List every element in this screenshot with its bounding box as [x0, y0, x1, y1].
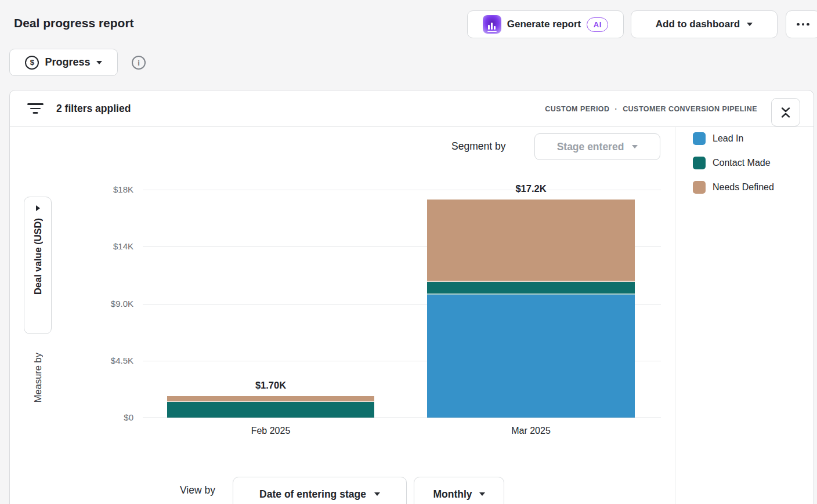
bar-segment-lead-in[interactable] [427, 295, 635, 418]
ellipsis-icon [797, 23, 800, 26]
collapse-vertical-icon [779, 106, 792, 119]
dollar-circle-icon: $ [25, 56, 39, 70]
report-card: 2 filters applied CUSTOM PERIOD · CUSTOM… [9, 90, 814, 504]
legend-divider [675, 127, 675, 504]
custom-period-label: CUSTOM PERIOD [545, 105, 609, 113]
legend-swatch [693, 157, 706, 169]
bar-feb-2025[interactable] [167, 396, 374, 418]
bar-segment-contact-made[interactable] [427, 282, 635, 295]
chart-legend: Lead InContact MadeNeeds Defined [693, 130, 774, 196]
filter-bar: 2 filters applied CUSTOM PERIOD · CUSTOM… [10, 90, 814, 127]
pipeline-label: CUSTOMER CONVERSION PIPELINE [623, 105, 757, 113]
chevron-down-icon [747, 23, 753, 26]
ai-badge: AI [587, 17, 608, 32]
separator-dot: · [615, 105, 618, 113]
bar-segment-needs-defined[interactable] [427, 200, 635, 282]
measure-type-dropdown[interactable]: $ Progress [9, 49, 118, 76]
view-by-dropdown[interactable]: Date of entering stage [233, 477, 407, 504]
y-axis-tick: $4.5K [81, 355, 133, 367]
y-axis-tick: $14K [81, 241, 133, 252]
ai-chart-icon [483, 15, 501, 34]
y-axis-tick: $0 [81, 412, 133, 423]
chevron-down-icon [374, 492, 380, 496]
legend-label: Lead In [713, 133, 743, 144]
measure-type-label: Progress [45, 56, 90, 68]
bar-total-label: $1.70K [167, 380, 374, 391]
bar-segment-contact-made[interactable] [167, 402, 374, 418]
view-by-label: View by [180, 484, 215, 496]
legend-item-lead-in[interactable]: Lead In [693, 130, 774, 147]
y-axis-tick: $9.0K [81, 298, 133, 310]
interval-dropdown[interactable]: Monthly [414, 477, 504, 504]
chevron-down-icon [479, 492, 485, 496]
add-to-dashboard-button[interactable]: Add to dashboard [631, 10, 778, 38]
info-icon[interactable]: i [132, 56, 146, 70]
legend-label: Needs Defined [713, 182, 774, 193]
more-options-button[interactable] [786, 10, 817, 38]
chevron-down-icon [96, 61, 102, 64]
generate-report-label: Generate report [507, 19, 581, 30]
collapse-filters-button[interactable] [771, 98, 800, 126]
filters-applied-label[interactable]: 2 filters applied [56, 103, 131, 115]
page-title: Deal progress report [14, 16, 134, 30]
legend-item-contact-made[interactable]: Contact Made [693, 154, 774, 172]
x-axis-tick: Mar 2025 [427, 426, 635, 436]
legend-swatch [693, 181, 706, 194]
filter-context: CUSTOM PERIOD · CUSTOMER CONVERSION PIPE… [545, 105, 757, 113]
add-to-dashboard-label: Add to dashboard [656, 19, 740, 30]
filter-icon[interactable] [27, 103, 44, 114]
legend-label: Contact Made [713, 158, 771, 168]
interval-value: Monthly [433, 488, 472, 501]
legend-item-needs-defined[interactable]: Needs Defined [693, 179, 774, 196]
bar-total-label: $17.2K [427, 183, 635, 194]
bar-segment-needs-defined[interactable] [167, 396, 374, 402]
bar-chart: $0$4.5K$9.0K$14K$18K$1.70KFeb 2025$17.2K… [10, 127, 674, 504]
gridline [143, 418, 661, 418]
generate-report-button[interactable]: Generate report AI [467, 10, 624, 38]
legend-swatch [693, 132, 706, 145]
bar-mar-2025[interactable] [427, 200, 635, 418]
y-axis-tick: $18K [81, 184, 133, 195]
x-axis-tick: Feb 2025 [167, 426, 374, 436]
view-by-value: Date of entering stage [259, 488, 366, 501]
